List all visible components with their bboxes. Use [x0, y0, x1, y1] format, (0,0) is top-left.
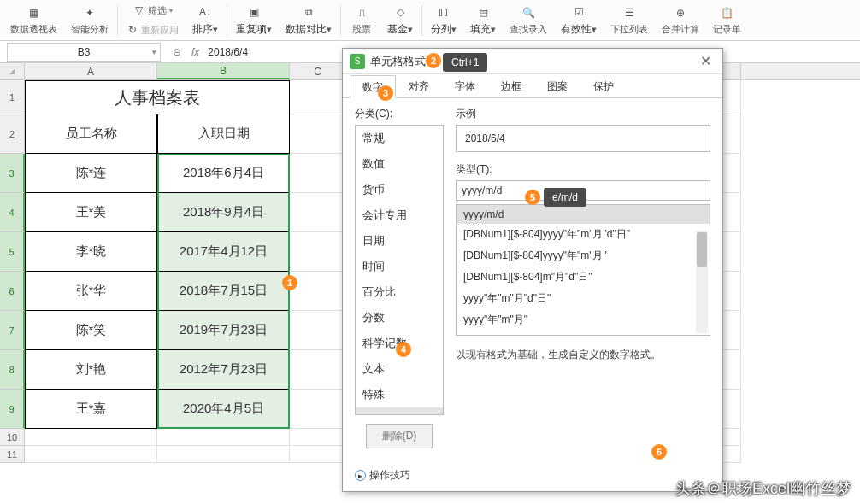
pivot-table-button[interactable]: ▦数据透视表	[3, 2, 64, 39]
fill-icon: ▤	[474, 3, 492, 21]
fx-icon[interactable]: fx	[186, 46, 204, 58]
cell-b4[interactable]: 2018年9月4日	[157, 193, 290, 232]
tab-border[interactable]: 边框	[488, 74, 534, 97]
type-item[interactable]: m"月"d"日"	[457, 331, 710, 336]
row-header-3[interactable]: 3	[0, 154, 25, 193]
row-header-7[interactable]: 7	[0, 311, 25, 350]
type-list[interactable]: yyyy/m/d [DBNum1][$-804]yyyy"年"m"月"d"日" …	[456, 204, 710, 336]
row-header-10[interactable]: 10	[0, 429, 25, 446]
find-icon: 🔍	[520, 4, 537, 21]
duplicates-button[interactable]: ▣重复项▾	[229, 2, 279, 39]
close-icon[interactable]: ✕	[695, 51, 716, 72]
cell-b9[interactable]: 2020年4月5日	[157, 390, 290, 429]
cell-title[interactable]: 人事档案表	[25, 80, 290, 114]
dialog-title: 单元格格式	[370, 54, 695, 69]
type-item[interactable]: yyyy"年"m"月"d"日"	[457, 288, 710, 309]
validation-button[interactable]: ☑有效性▾	[554, 2, 604, 39]
cell-a2[interactable]: 员工名称	[25, 114, 157, 154]
cell-a7[interactable]: 陈*笑	[25, 311, 157, 350]
cat-text[interactable]: 文本	[356, 356, 443, 382]
row-header-5[interactable]: 5	[0, 232, 25, 272]
valid-icon: ☑	[570, 3, 587, 21]
delete-button[interactable]: 删除(D)	[366, 424, 433, 448]
cat-fraction[interactable]: 分数	[356, 305, 443, 331]
tab-font[interactable]: 字体	[442, 74, 488, 97]
row-header-8[interactable]: 8	[0, 350, 25, 390]
row-header-2[interactable]: 2	[0, 114, 25, 154]
cell-a8[interactable]: 刘*艳	[25, 350, 157, 390]
smart-analyze-button[interactable]: ✦智能分析	[64, 2, 115, 39]
cat-number[interactable]: 数值	[356, 151, 443, 177]
tips-link[interactable]: ▸操作技巧	[355, 468, 410, 483]
cell-a9[interactable]: 王*嘉	[25, 390, 157, 429]
type-item[interactable]: [DBNum1][$-804]yyyy"年"m"月"	[457, 245, 710, 267]
cat-time[interactable]: 时间	[356, 254, 443, 279]
split-button[interactable]: ⫿⫿分列▾	[424, 2, 463, 39]
row-header-9[interactable]: 9	[0, 390, 25, 429]
cell-b5[interactable]: 2017年4月12日	[157, 232, 290, 272]
cell-b6[interactable]: 2018年7月15日	[157, 272, 290, 311]
cat-custom[interactable]: 自定义	[356, 407, 443, 415]
scrollbar[interactable]	[696, 231, 708, 333]
sample-label: 示例	[456, 107, 710, 121]
cell-b7[interactable]: 2019年7月23日	[157, 311, 290, 350]
col-header-a[interactable]: A	[25, 63, 157, 79]
record-form-button[interactable]: 📋记录单	[706, 2, 748, 39]
step-badge-1: 1	[282, 275, 297, 290]
cat-currency[interactable]: 货币	[356, 177, 443, 202]
reapply-button[interactable]: ↻重新应用	[120, 21, 186, 39]
compare-button[interactable]: ⧉数据对比▾	[279, 2, 339, 39]
cat-special[interactable]: 特殊	[356, 382, 443, 407]
cell-b2[interactable]: 入职日期	[157, 114, 290, 154]
cell-a4[interactable]: 王*美	[25, 193, 157, 232]
reapply-icon: ↻	[127, 24, 138, 36]
filter-button[interactable]: ▽筛选▾	[120, 1, 186, 20]
cell-b8[interactable]: 2012年7月23日	[157, 350, 290, 390]
cell-a5[interactable]: 李*晓	[25, 232, 157, 272]
cell-a3[interactable]: 陈*连	[25, 154, 157, 193]
tab-protect[interactable]: 保护	[580, 74, 627, 97]
category-list[interactable]: 常规 数值 货币 会计专用 日期 时间 百分比 分数 科学记数 文本 特殊 自定…	[355, 125, 444, 415]
col-header-b[interactable]: B	[157, 63, 290, 79]
type-item[interactable]: yyyy/m/d	[457, 205, 710, 224]
tab-align[interactable]: 对齐	[396, 74, 442, 97]
type-item[interactable]: [DBNum1][$-804]m"月"d"日"	[457, 267, 710, 288]
fund-button[interactable]: ◇基金▾	[380, 2, 420, 39]
category-label: 分类(C):	[355, 107, 444, 121]
select-all-corner[interactable]: ◢	[0, 63, 25, 79]
stock-button[interactable]: ⎍股票	[343, 2, 380, 39]
cat-date[interactable]: 日期	[356, 228, 443, 254]
filter-icon: ▽	[133, 4, 145, 16]
cancel-icon[interactable]: ⊖	[168, 46, 186, 58]
step-badge-5: 5	[525, 190, 540, 205]
step-badge-4: 4	[396, 342, 411, 357]
cell-format-dialog: S 单元格格式 ✕ 数字 对齐 字体 边框 图案 保护 分类(C): 常规 数值…	[342, 48, 723, 492]
dropdown-list-button[interactable]: ☰下拉列表	[604, 2, 655, 39]
type-item[interactable]: [DBNum1][$-804]yyyy"年"m"月"d"日"	[457, 224, 710, 245]
step-badge-3: 3	[378, 85, 393, 101]
tab-pattern[interactable]: 图案	[534, 74, 580, 97]
merge-calc-button[interactable]: ⊕合并计算	[655, 2, 706, 39]
type-item[interactable]: yyyy"年"m"月"	[457, 309, 710, 331]
fund-icon: ◇	[392, 3, 409, 21]
cell-b3[interactable]: 2018年6月4日	[157, 154, 290, 193]
row-header-6[interactable]: 6	[0, 272, 25, 311]
cat-percent[interactable]: 百分比	[356, 279, 443, 305]
cat-general[interactable]: 常规	[356, 126, 443, 151]
dialog-tabs: 数字 对齐 字体 边框 图案 保护	[343, 74, 722, 98]
pivot-icon: ▦	[26, 4, 43, 21]
info-icon: ▸	[355, 470, 366, 481]
step-badge-2: 2	[426, 53, 441, 68]
row-header-11[interactable]: 11	[0, 446, 25, 463]
row-header-1[interactable]: 1	[0, 80, 25, 114]
find-input-button[interactable]: 🔍查找录入	[503, 2, 554, 39]
watermark-text: 头条＠职场Excel幽竹丝梦	[675, 478, 851, 499]
cell-a6[interactable]: 张*华	[25, 272, 157, 311]
cat-accounting[interactable]: 会计专用	[356, 202, 443, 228]
row-header-4[interactable]: 4	[0, 193, 25, 232]
stock-icon: ⎍	[353, 4, 370, 21]
name-box[interactable]: B3	[7, 43, 161, 62]
sort-button[interactable]: A↓排序▾	[186, 2, 225, 39]
col-header-c[interactable]: C	[290, 63, 346, 79]
fill-button[interactable]: ▤填充▾	[463, 2, 503, 39]
